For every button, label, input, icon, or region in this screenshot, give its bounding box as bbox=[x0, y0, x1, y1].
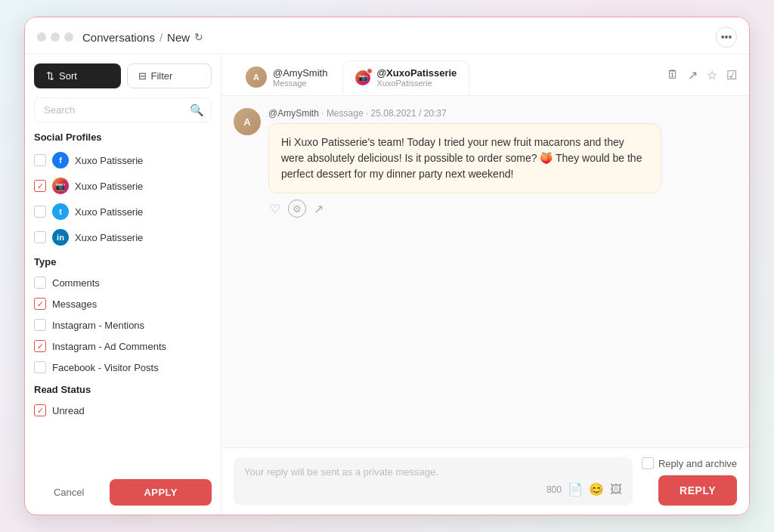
type-messages-checkbox[interactable]: ✓ bbox=[34, 298, 46, 310]
message-date: 25.08.2021 / 20:37 bbox=[371, 108, 447, 119]
type-title: Type bbox=[34, 256, 212, 268]
refresh-icon[interactable]: ↻ bbox=[194, 31, 203, 43]
message-avatar: A bbox=[234, 108, 261, 135]
reply-input-wrap[interactable]: Your reply will be sent as a private mes… bbox=[234, 457, 633, 506]
profile-facebook[interactable]: f Xuxo Patisserie bbox=[34, 150, 212, 170]
search-input[interactable] bbox=[34, 97, 212, 122]
profile-twitter[interactable]: t Xuxo Patisserie bbox=[34, 202, 212, 221]
tab-xuxo-info: @XuxoPatisserie XuxoPatisserie bbox=[376, 67, 457, 88]
gear-icon[interactable]: ⚙ bbox=[288, 200, 306, 218]
instagram-icon: 📷 bbox=[52, 178, 69, 194]
tab-amy-smith[interactable]: A @AmySmith Message bbox=[234, 60, 339, 95]
main-content: ⇅ Sort ⊟ Filter 🔍 Social Profiles f Xuxo… bbox=[25, 54, 749, 515]
message-bubble: Hi Xuxo Patisserie's team! Today I tried… bbox=[268, 123, 661, 193]
type-messages[interactable]: ✓ Messages bbox=[34, 296, 212, 311]
chat-tabs: A @AmySmith Message 📷 @XuxoPatisserie Xu… bbox=[221, 54, 749, 96]
reply-placeholder: Your reply will be sent as a private mes… bbox=[244, 466, 622, 478]
tab-amy-info: @AmySmith Message bbox=[273, 67, 327, 88]
facebook-icon: f bbox=[52, 152, 69, 169]
reply-toolbar: 800 📄 😊 🖼 bbox=[244, 482, 622, 496]
cancel-button[interactable]: Cancel bbox=[34, 479, 104, 506]
message-sender: @AmySmith bbox=[268, 108, 319, 119]
more-options-button[interactable]: ••• bbox=[716, 26, 737, 48]
window-controls bbox=[37, 32, 73, 42]
read-status-unread-label: Unread bbox=[52, 405, 85, 416]
profile-instagram-label: Xuxo Patisserie bbox=[75, 181, 143, 192]
star-icon[interactable]: ☆ bbox=[707, 68, 717, 82]
emoji-icon[interactable]: 😊 bbox=[589, 482, 604, 496]
type-instagram-ad-comments-label: Instagram - Ad Comments bbox=[52, 341, 166, 352]
document-icon[interactable]: 📄 bbox=[568, 482, 583, 496]
twitter-icon: t bbox=[52, 203, 69, 220]
profile-twitter-label: Xuxo Patisserie bbox=[75, 206, 143, 218]
profile-linkedin-checkbox[interactable] bbox=[34, 231, 46, 243]
sort-button[interactable]: ⇅ Sort bbox=[34, 63, 121, 88]
reply-side: Reply and archive REPLY bbox=[642, 457, 737, 506]
image-icon[interactable]: 🖼 bbox=[610, 483, 622, 496]
type-facebook-visitor-posts-checkbox[interactable] bbox=[34, 361, 46, 373]
tab-amy-sub: Message bbox=[273, 79, 327, 88]
window-control-min[interactable] bbox=[51, 32, 60, 42]
type-comments-checkbox[interactable] bbox=[34, 277, 46, 289]
type-facebook-visitor-posts[interactable]: Facebook - Visitor Posts bbox=[34, 360, 212, 375]
check-square-icon[interactable]: ☑ bbox=[726, 68, 737, 82]
type-instagram-mentions[interactable]: Instagram - Mentions bbox=[34, 317, 212, 332]
amy-avatar: A bbox=[246, 66, 267, 88]
heart-icon[interactable]: ♡ bbox=[270, 202, 280, 216]
window-control-close[interactable] bbox=[37, 32, 46, 42]
sidebar-toolbar: ⇅ Sort ⊟ Filter bbox=[34, 63, 212, 88]
sort-icon: ⇅ bbox=[46, 70, 54, 82]
search-icon[interactable]: 🔍 bbox=[190, 104, 204, 117]
message-text: Hi Xuxo Patisserie's team! Today I tried… bbox=[281, 136, 642, 180]
tab-xuxo-sub: XuxoPatisserie bbox=[376, 79, 457, 88]
title-bar: Conversations / New ↻ ••• bbox=[25, 17, 749, 54]
chat-messages: A @AmySmith · Message · 25.08.2021 / 20:… bbox=[221, 96, 749, 447]
breadcrumb-part2: New bbox=[167, 31, 190, 44]
message-meta-sep1: · bbox=[321, 108, 327, 119]
type-instagram-mentions-checkbox[interactable] bbox=[34, 319, 46, 331]
apply-button[interactable]: APPLY bbox=[110, 479, 212, 506]
type-comments-label: Comments bbox=[52, 277, 100, 289]
profile-facebook-label: Xuxo Patisserie bbox=[75, 155, 143, 166]
app-window: Conversations / New ↻ ••• ⇅ Sort ⊟ Filte… bbox=[24, 17, 750, 515]
char-count: 800 bbox=[546, 484, 562, 495]
type-instagram-mentions-label: Instagram - Mentions bbox=[52, 320, 144, 331]
profile-facebook-checkbox[interactable] bbox=[34, 154, 46, 166]
reply-archive-checkbox[interactable] bbox=[642, 457, 654, 469]
message-meta-sep2: · bbox=[366, 108, 371, 119]
type-section: Type Comments ✓ Messages Instagram - Men… bbox=[34, 256, 212, 375]
reply-archive-row: Reply and archive bbox=[642, 457, 737, 469]
filter-button[interactable]: ⊟ Filter bbox=[127, 63, 212, 88]
read-status-section: Read Status ✓ Unread bbox=[34, 384, 212, 418]
sidebar-footer: Cancel APPLY bbox=[34, 470, 212, 506]
notif-dot bbox=[367, 68, 373, 74]
xuxo-platform-icon: 📷 bbox=[355, 70, 370, 85]
calendar-icon[interactable]: 🗓 bbox=[667, 68, 679, 82]
reply-button[interactable]: REPLY bbox=[658, 475, 737, 506]
tab-xuxo-patisserie[interactable]: 📷 @XuxoPatisserie XuxoPatisserie bbox=[342, 60, 469, 95]
profile-instagram[interactable]: ✓ 📷 Xuxo Patisserie bbox=[34, 176, 212, 196]
type-messages-label: Messages bbox=[52, 298, 97, 310]
message-type: Message bbox=[327, 108, 364, 119]
share-icon[interactable]: ↗ bbox=[688, 68, 698, 82]
reply-area: Your reply will be sent as a private mes… bbox=[221, 447, 749, 515]
read-status-unread-checkbox[interactable]: ✓ bbox=[34, 404, 46, 416]
read-status-unread[interactable]: ✓ Unread bbox=[34, 403, 212, 418]
title-bar-left: Conversations / New ↻ bbox=[37, 31, 203, 44]
message-content: @AmySmith · Message · 25.08.2021 / 20:37… bbox=[268, 108, 737, 218]
type-comments[interactable]: Comments bbox=[34, 275, 212, 290]
linkedin-icon: in bbox=[52, 229, 69, 246]
external-link-icon[interactable]: ↗ bbox=[314, 202, 324, 216]
chat-area: A @AmySmith Message 📷 @XuxoPatisserie Xu… bbox=[221, 54, 749, 515]
social-profiles-title: Social Profiles bbox=[34, 131, 212, 143]
profile-twitter-checkbox[interactable] bbox=[34, 206, 46, 218]
type-instagram-ad-comments[interactable]: ✓ Instagram - Ad Comments bbox=[34, 339, 212, 354]
search-box: 🔍 bbox=[34, 97, 212, 122]
profile-linkedin[interactable]: in Xuxo Patisserie bbox=[34, 227, 212, 247]
type-instagram-ad-comments-checkbox[interactable]: ✓ bbox=[34, 340, 46, 352]
profile-instagram-checkbox[interactable]: ✓ bbox=[34, 180, 46, 192]
window-control-max[interactable] bbox=[64, 32, 73, 42]
message-row: A @AmySmith · Message · 25.08.2021 / 20:… bbox=[234, 108, 737, 218]
reply-archive-label: Reply and archive bbox=[658, 458, 737, 469]
filter-icon: ⊟ bbox=[138, 70, 147, 82]
